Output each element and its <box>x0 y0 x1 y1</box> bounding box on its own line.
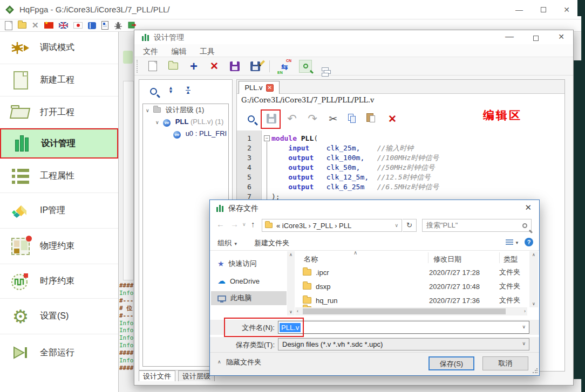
undo-icon[interactable]: ↶ <box>285 112 298 125</box>
back-icon[interactable]: ← <box>216 219 225 229</box>
cancel-button[interactable]: 取消 <box>482 356 528 370</box>
scroll-right-icon[interactable]: › <box>524 308 526 314</box>
menu-edit[interactable]: 编辑 <box>169 46 188 57</box>
redo-icon[interactable]: ↷ <box>306 112 319 125</box>
refresh-button[interactable]: ↻ <box>403 219 417 232</box>
datasheet-icon[interactable] <box>101 21 108 30</box>
debug-bug-icon[interactable] <box>114 21 123 30</box>
column-name[interactable]: 名称 <box>304 255 318 265</box>
flag-uk-icon[interactable] <box>59 22 68 29</box>
flag-japan-icon[interactable] <box>73 22 83 29</box>
tree-row-instance[interactable]: ve u0 : PLL_FRI <box>143 128 228 140</box>
collapse-icon[interactable]: ∧ <box>217 359 221 365</box>
column-separator[interactable] <box>428 252 428 263</box>
expand-all-icon[interactable]: ▲▼ <box>168 86 173 94</box>
search-box[interactable]: 搜索"PLL" <box>422 219 532 232</box>
delete-icon[interactable]: ✕ <box>386 113 399 125</box>
dw-minimize-button[interactable]: — <box>505 32 514 42</box>
sidebar-item-settings[interactable]: ⚙ 设置(S) <box>0 299 118 334</box>
sidebar-item-ip-manage[interactable]: IP管理 <box>0 193 118 229</box>
open-folder-icon[interactable] <box>167 63 180 70</box>
file-list-hscrollbar[interactable]: ‹ › <box>295 307 527 315</box>
code-line[interactable]: 3 output clk_100m, //100MHz时钟信号 <box>237 153 564 163</box>
filename-input[interactable]: PLL.v ∨ <box>278 321 529 334</box>
search-icon[interactable] <box>244 115 257 122</box>
nav-quick-access[interactable]: ★ 快速访问 <box>211 257 287 271</box>
sidebar-item-new-project[interactable]: 新建工程 <box>0 64 118 97</box>
file-row-dsxp[interactable]: dsxp 2020/7/27 10:48 文件夹 <box>295 279 527 293</box>
tab-design-files[interactable]: 设计文件 <box>139 370 175 381</box>
filename-dropdown-icon[interactable]: ∨ <box>522 324 526 329</box>
console-log[interactable]: #### Info #--- # 位 #--- Info Info Info I… <box>119 282 134 374</box>
minimize-button[interactable]: — <box>511 4 527 15</box>
tree-row-root[interactable]: ∨ 设计层级 (1) <box>143 104 228 116</box>
scroll-left-icon[interactable]: ‹ <box>297 308 298 314</box>
save-icon[interactable] <box>265 114 278 123</box>
file-row-hq-run[interactable]: hq_run 2020/7/27 17:36 文件夹 <box>295 293 527 307</box>
tree-row-module[interactable]: ∨ ve PLL (PLL.v) (1) <box>143 116 228 128</box>
close-button[interactable]: ✕ <box>559 4 575 15</box>
file-row-ipcr[interactable]: .ipcr 2020/7/27 17:28 文件夹 <box>295 265 527 279</box>
nav-onedrive[interactable]: ☁ OneDrive <box>211 274 287 288</box>
help-icon[interactable]: ? <box>525 238 533 246</box>
cut-icon[interactable]: ✂ <box>326 113 339 125</box>
view-list-icon[interactable] <box>506 239 513 246</box>
sidebar-item-physical-constraint[interactable]: 物理约束 <box>0 229 118 264</box>
toolbar-grip[interactable] <box>137 60 139 73</box>
column-separator[interactable] <box>499 252 500 263</box>
flag-china-icon[interactable]: ★ <box>44 22 53 29</box>
new-file-icon[interactable] <box>5 21 12 30</box>
tree-search-icon[interactable] <box>150 87 157 97</box>
delete-x-icon[interactable]: ✕ <box>208 60 221 72</box>
nav-scrollbar[interactable]: ∧∨ <box>287 251 295 315</box>
address-bar[interactable]: « iCore3L › 7_PLL › PLL ∨ <box>262 219 402 232</box>
dw-maximize-button[interactable] <box>533 33 539 43</box>
sidebar-item-open-project[interactable]: 打开工程 <box>0 97 118 128</box>
sidebar-item-project-properties[interactable]: 工程属性 <box>0 160 118 193</box>
hide-folders-button[interactable]: 隐藏文件夹 <box>226 357 261 367</box>
open-folder-icon[interactable] <box>18 22 26 29</box>
dialog-close-button[interactable]: ✕ <box>525 203 532 212</box>
organize-button[interactable]: 组织 ▼ <box>217 238 238 248</box>
search-green-icon[interactable] <box>299 60 312 73</box>
recent-locations-icon[interactable]: ∨ <box>242 222 246 227</box>
sidebar-item-run-all[interactable]: 全部运行 <box>0 334 118 371</box>
chevron-down-icon[interactable]: ∨ <box>146 105 149 116</box>
editor-tab-pll[interactable]: PLL.v ✕ <box>239 81 280 94</box>
file-list-vscrollbar[interactable]: ∧∨ <box>529 251 538 307</box>
save-edit-icon[interactable] <box>249 61 262 71</box>
chevron-down-icon[interactable]: ∨ <box>155 116 159 128</box>
design-window-titlebar[interactable]: 设计管理 — ✕ <box>134 30 573 44</box>
fold-collapse-icon[interactable]: − <box>264 135 270 141</box>
main-titlebar[interactable]: HqFpga - G:/iCore3L/iCore3L/7_PLL/PLL/ —… <box>0 0 581 19</box>
close-x-icon[interactable]: ✕ <box>32 20 39 30</box>
menu-tools[interactable]: 工具 <box>198 46 217 57</box>
exit-icon[interactable] <box>128 21 137 30</box>
help-book-icon[interactable] <box>88 22 96 29</box>
up-icon[interactable]: ↑ <box>251 219 255 229</box>
dw-close-button[interactable]: ✕ <box>558 32 564 41</box>
new-folder-button[interactable]: 新建文件夹 <box>254 238 289 248</box>
save-dialog-titlebar[interactable]: 保存文件 ✕ <box>210 200 539 216</box>
sidebar-item-design-manage[interactable]: 设计管理 <box>0 128 118 159</box>
sidebar-item-timing-constraint[interactable]: 时序约束 <box>0 264 118 299</box>
nav-this-pc[interactable]: 此电脑 <box>211 291 287 305</box>
sidebar-item-debug-mode[interactable]: 调试模式 <box>0 32 118 64</box>
code-line[interactable]: 4 output clk_50m, //50MHz时钟信号 <box>237 163 564 173</box>
resize-grip[interactable] <box>532 368 538 374</box>
address-dropdown-icon[interactable]: ∨ <box>394 223 398 228</box>
code-line[interactable]: 1module PLL( <box>237 134 564 143</box>
column-type[interactable]: 类型 <box>504 255 518 264</box>
collapse-all-icon[interactable]: ▼▲ <box>186 86 191 94</box>
add-plus-icon[interactable]: + <box>187 59 200 74</box>
maximize-button[interactable] <box>535 4 552 15</box>
filetype-select[interactable]: Design files (*.v *.vh *.sdc *.upc) ∨ <box>278 338 529 350</box>
column-date[interactable]: 修改日期 <box>433 255 461 264</box>
filetype-dropdown-icon[interactable]: ∨ <box>522 341 526 346</box>
tab-close-icon[interactable]: ✕ <box>266 84 274 92</box>
save-button[interactable]: 保存(S) <box>428 356 474 370</box>
save-floppy-icon[interactable] <box>228 61 241 71</box>
view-dropdown-icon[interactable]: ▼ <box>515 240 519 245</box>
hscroll-thumb[interactable] <box>303 308 506 314</box>
translate-cn-en-icon[interactable]: CN⇆EN <box>277 60 291 73</box>
